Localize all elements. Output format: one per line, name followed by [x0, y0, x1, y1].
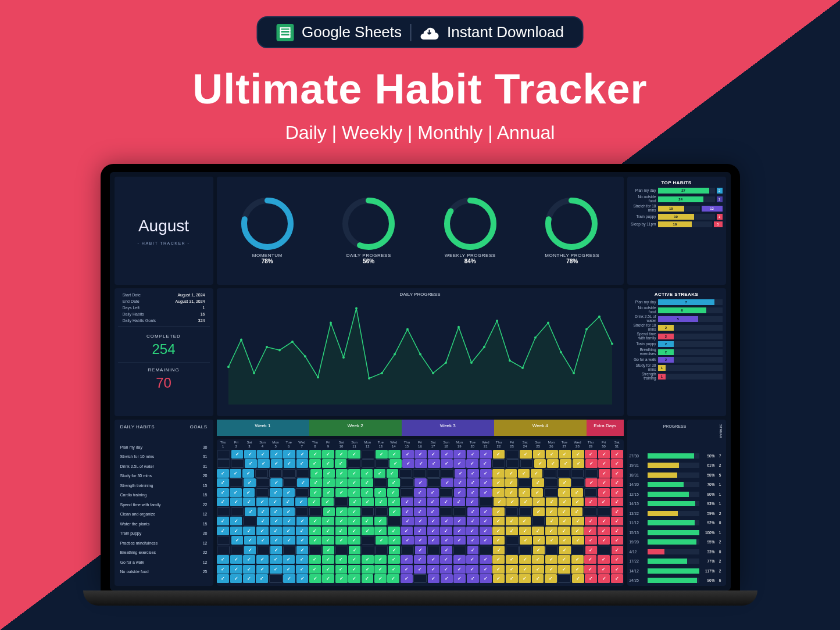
habit-cell[interactable] [348, 507, 360, 516]
habit-cell[interactable] [245, 507, 256, 516]
habit-cell[interactable] [335, 517, 348, 525]
habit-cell[interactable] [217, 565, 229, 574]
habit-cell[interactable] [571, 488, 583, 497]
habit-cell[interactable] [362, 450, 375, 459]
habit-cell[interactable] [584, 527, 596, 535]
habit-cell[interactable] [532, 497, 545, 506]
habit-cell[interactable] [283, 536, 295, 545]
habit-cell[interactable] [296, 546, 308, 554]
habit-cell[interactable] [611, 497, 623, 506]
habit-cell[interactable] [505, 478, 517, 487]
habit-cell[interactable] [322, 536, 334, 545]
habit-cell[interactable] [283, 450, 295, 459]
habit-cell[interactable] [376, 450, 388, 459]
habit-cell[interactable] [492, 565, 505, 574]
habit-cell[interactable] [310, 469, 322, 478]
habit-cell[interactable] [571, 546, 584, 554]
habit-cell[interactable] [217, 546, 230, 554]
habit-cell[interactable] [480, 574, 492, 583]
habit-cell[interactable] [270, 450, 283, 459]
habit-cell[interactable] [269, 497, 281, 506]
habit-cell[interactable] [519, 546, 532, 554]
habit-cell[interactable] [270, 517, 283, 525]
habit-cell[interactable] [611, 565, 623, 574]
habit-cell[interactable] [441, 478, 453, 487]
habit-cell[interactable] [413, 574, 427, 583]
habit-cell[interactable] [427, 546, 440, 554]
habit-cell[interactable] [230, 469, 241, 478]
habit-cell[interactable] [296, 565, 308, 574]
habit-cell[interactable] [335, 536, 348, 545]
habit-cell[interactable] [283, 517, 295, 525]
habit-cell[interactable] [348, 555, 360, 564]
habit-cell[interactable] [428, 450, 440, 459]
habit-cell[interactable] [309, 507, 322, 516]
habit-cell[interactable] [598, 555, 610, 564]
habit-cell[interactable] [611, 517, 623, 525]
habit-cell[interactable] [335, 546, 348, 554]
habit-cell[interactable] [414, 507, 426, 516]
habit-cell[interactable] [531, 469, 542, 478]
habit-cell[interactable] [585, 459, 597, 468]
habit-cell[interactable] [255, 469, 268, 478]
habit-cell[interactable] [571, 469, 584, 478]
habit-cell[interactable] [415, 459, 427, 468]
habit-cell[interactable] [414, 536, 427, 545]
habit-cell[interactable] [598, 517, 610, 525]
habit-cell[interactable] [362, 536, 375, 545]
habit-cell[interactable] [573, 459, 584, 468]
habit-cell[interactable] [335, 527, 348, 535]
habit-cell[interactable] [598, 459, 610, 468]
habit-cell[interactable] [309, 555, 321, 564]
habit-cell[interactable] [571, 555, 584, 564]
habit-cell[interactable] [440, 555, 452, 564]
habit-cell[interactable] [388, 565, 400, 574]
habit-cell[interactable] [533, 546, 545, 554]
habit-cell[interactable] [585, 517, 597, 525]
habit-cell[interactable] [585, 546, 597, 554]
habit-cell[interactable] [401, 497, 413, 506]
habit-cell[interactable] [585, 497, 597, 506]
habit-cell[interactable] [612, 507, 623, 516]
habit-cell[interactable] [492, 555, 505, 564]
habit-cell[interactable] [519, 488, 531, 497]
habit-cell[interactable] [270, 536, 283, 545]
habit-cell[interactable] [309, 546, 322, 554]
habit-cell[interactable] [531, 488, 544, 497]
habit-cell[interactable] [270, 507, 282, 516]
habit-cell[interactable] [557, 469, 570, 478]
habit-cell[interactable] [557, 574, 571, 583]
habit-cell[interactable] [598, 546, 610, 554]
habit-cell[interactable] [230, 488, 242, 497]
habit-cell[interactable] [374, 574, 387, 583]
habit-cell[interactable] [230, 565, 242, 574]
habit-cell[interactable] [427, 497, 439, 506]
habit-cell[interactable] [362, 517, 374, 525]
habit-cell[interactable] [505, 488, 517, 497]
habit-cell[interactable] [388, 497, 400, 506]
habit-cell[interactable] [584, 565, 596, 574]
habit-cell[interactable] [401, 478, 413, 487]
habit-cell[interactable] [375, 507, 388, 516]
habit-cell[interactable] [428, 517, 440, 525]
habit-cell[interactable] [584, 488, 598, 497]
habit-cell[interactable] [467, 478, 478, 487]
habit-cell[interactable] [308, 497, 320, 506]
habit-cell[interactable] [571, 478, 584, 487]
habit-cell[interactable] [296, 450, 309, 459]
habit-cell[interactable] [348, 517, 360, 525]
habit-cell[interactable] [519, 565, 531, 574]
habit-cell[interactable] [283, 574, 295, 583]
habit-cell[interactable] [335, 478, 347, 487]
habit-cell[interactable] [230, 555, 242, 564]
habit-cell[interactable] [467, 517, 479, 525]
habit-cell[interactable] [493, 517, 505, 525]
habit-cell[interactable] [453, 507, 466, 516]
habit-cell[interactable] [296, 574, 309, 583]
habit-cell[interactable] [518, 478, 531, 487]
habit-cell[interactable] [387, 488, 399, 497]
habit-cell[interactable] [572, 574, 584, 583]
habit-cell[interactable] [545, 565, 557, 574]
habit-cell[interactable] [611, 478, 623, 487]
habit-cell[interactable] [335, 450, 348, 459]
